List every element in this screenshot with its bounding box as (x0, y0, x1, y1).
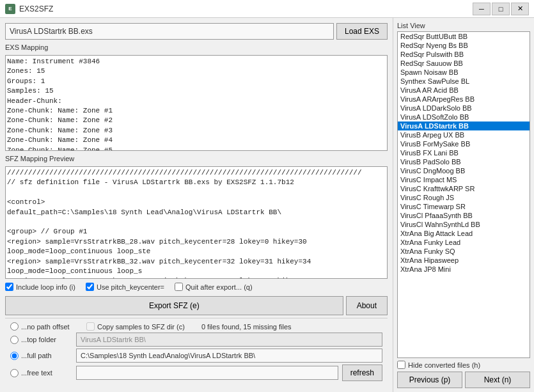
about-button[interactable]: About (346, 296, 388, 315)
list-item[interactable]: VirusB PadSolo BB (398, 157, 530, 166)
hide-converted-row: Hide converted files (h) (397, 361, 530, 369)
list-item[interactable]: VirusA LDDarkSolo BB (398, 104, 530, 113)
bottom-section: ...no path offset Copy samples to SFZ di… (5, 318, 388, 387)
use-pitch-keycenter-input[interactable] (86, 283, 94, 291)
top-folder-label: ...top folder (21, 336, 72, 343)
next-button[interactable]: Next (n) (465, 372, 530, 388)
full-path-field[interactable] (76, 349, 382, 363)
no-path-radio-label[interactable]: ...no path offset (10, 322, 72, 331)
quit-after-export-input[interactable] (175, 283, 183, 291)
right-panel: List View RedSqr ButtUButt BBRedSqr Nyen… (393, 18, 534, 392)
list-box[interactable]: RedSqr ButtUButt BBRedSqr Nyeng Bs BBRed… (397, 31, 530, 358)
list-item[interactable]: VirusC Rough JS (398, 193, 530, 202)
nav-buttons-row: Previous (p) Next (n) (397, 372, 530, 388)
top-folder-row: ...top folder (10, 333, 382, 347)
full-path-row: ...full path (10, 349, 382, 363)
left-panel: Load EXS EXS Mapping Name: Instrument #3… (0, 18, 393, 392)
top-folder-radio[interactable] (10, 336, 19, 344)
export-row: Export SFZ (e) About (5, 296, 388, 315)
include-loop-info-checkbox[interactable]: Include loop info (i) (5, 283, 75, 291)
list-item[interactable]: VirusB FX Lani BB (398, 148, 530, 157)
quit-after-export-label: Quit after export... (q) (185, 283, 253, 291)
list-item[interactable]: VirusB ForMySake BB (398, 139, 530, 148)
list-item[interactable]: VirusB Arpeg UX BB (398, 130, 530, 139)
include-loop-info-label: Include loop info (i) (16, 283, 75, 291)
list-view-label: List View (397, 22, 530, 29)
app-title: EXS2SFZ (19, 4, 53, 13)
list-item[interactable]: VirusCl WahnSynthLd BB (398, 220, 530, 229)
list-item[interactable]: RedSqr Pulswith BB (398, 50, 530, 59)
list-item[interactable]: VirusA LDStartrk BB (398, 122, 530, 130)
list-item[interactable]: VirusC DngMoog BB (398, 166, 530, 175)
list-item[interactable]: VirusA AR Acid BB (398, 86, 530, 95)
list-item[interactable]: VirusC Timewarp SR (398, 202, 530, 211)
sfz-preview-label: SFZ Mapping Preview (5, 155, 388, 162)
previous-button[interactable]: Previous (p) (397, 372, 462, 388)
list-item[interactable]: Spawn Noisaw BB (398, 68, 530, 77)
top-folder-radio-label[interactable]: ...top folder (10, 336, 72, 344)
hide-converted-input[interactable] (397, 361, 405, 369)
list-item[interactable]: XtrAna Funky Lead (398, 238, 530, 247)
list-item[interactable]: VirusC KrafttwkARP SR (398, 184, 530, 193)
exs-file-input[interactable] (5, 23, 334, 40)
free-text-row: ...free text refresh (10, 365, 382, 381)
main-content: Load EXS EXS Mapping Name: Instrument #3… (0, 18, 534, 392)
list-item[interactable]: VirusC Impact MS (398, 175, 530, 184)
full-path-radio-label[interactable]: ...full path (10, 352, 72, 360)
status-text: 0 files found, 15 missing files (201, 323, 292, 331)
list-item[interactable]: Synthex SawPulse BL (398, 77, 530, 86)
maximize-button[interactable]: □ (492, 3, 510, 15)
refresh-button[interactable]: refresh (342, 365, 382, 381)
list-item[interactable]: VirusA LDSoftZolo BB (398, 113, 530, 122)
load-exs-button[interactable]: Load EXS (336, 23, 388, 40)
list-item[interactable]: XtrAna JP8 Mini (398, 265, 530, 274)
use-pitch-keycenter-checkbox[interactable]: Use pitch_keycenter= (86, 283, 164, 291)
app-icon: E (5, 4, 15, 14)
free-text-field[interactable] (76, 366, 338, 380)
no-path-row: ...no path offset Copy samples to SFZ di… (10, 322, 382, 331)
hide-converted-checkbox[interactable]: Hide converted files (h) (397, 361, 480, 369)
no-path-label: ...no path offset (21, 323, 72, 331)
free-text-radio[interactable] (10, 369, 19, 377)
sfz-preview-area: ////////////////////////////////////////… (5, 166, 388, 279)
quit-after-export-checkbox[interactable]: Quit after export... (q) (175, 283, 253, 291)
list-item[interactable]: RedSqr ButtUButt BB (398, 32, 530, 41)
list-item[interactable]: VirusA ARArpegRes BB (398, 95, 530, 104)
no-path-radio[interactable] (10, 322, 19, 331)
list-item[interactable]: XtrAna Funky SQ (398, 247, 530, 256)
use-pitch-keycenter-label: Use pitch_keycenter= (97, 283, 164, 291)
title-bar-left: E EXS2SFZ (5, 4, 53, 14)
copy-samples-input[interactable] (86, 322, 95, 331)
list-item[interactable]: VirusCl PfaaaSynth BB (398, 211, 530, 220)
close-button[interactable]: ✕ (511, 3, 529, 15)
full-path-radio[interactable] (10, 352, 19, 360)
exs-mapping-area: Name: Instrument #3846Zones: 15Groups: 1… (5, 55, 388, 151)
minimize-button[interactable]: ─ (473, 3, 491, 15)
file-row: Load EXS (5, 23, 388, 40)
free-text-radio-label[interactable]: ...free text (10, 369, 72, 377)
list-item[interactable]: RedSqr Sauuow BB (398, 59, 530, 68)
free-text-label: ...free text (21, 369, 72, 377)
hide-converted-label: Hide converted files (h) (408, 361, 480, 369)
include-loop-info-input[interactable] (5, 283, 13, 291)
list-item[interactable]: XtrAna Big Attack Lead (398, 229, 530, 238)
full-path-label: ...full path (21, 352, 72, 359)
title-bar: E EXS2SFZ ─ □ ✕ (0, 0, 534, 18)
checkboxes-row: Include loop info (i) Use pitch_keycente… (5, 283, 388, 291)
copy-samples-checkbox[interactable]: Copy samples to SFZ dir (c) (86, 322, 185, 331)
window-controls: ─ □ ✕ (473, 3, 529, 15)
list-item[interactable]: RedSqr Nyeng Bs BB (398, 41, 530, 50)
exs-mapping-label: EXS Mapping (5, 43, 388, 51)
export-sfz-button[interactable]: Export SFZ (e) (5, 296, 343, 315)
list-item[interactable]: XtrAna Hipasweep (398, 256, 530, 265)
copy-samples-label: Copy samples to SFZ dir (c) (97, 323, 185, 331)
top-folder-field[interactable] (76, 333, 382, 347)
